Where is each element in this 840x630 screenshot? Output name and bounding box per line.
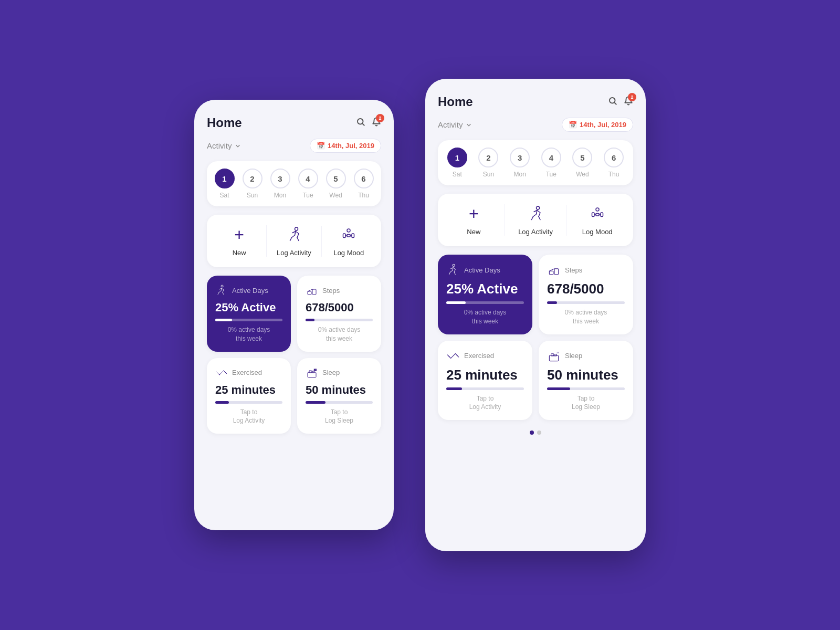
cal-day-6-right[interactable]: 6 Thu [604,148,624,178]
cal-day-5-left[interactable]: 5 Wed [326,169,346,199]
svg-rect-32 [549,271,553,275]
dot-active-right [530,430,534,435]
subheader-right: Activity 📅 14th, Jul, 2019 [438,118,633,132]
date-badge-left[interactable]: 📅 14th, Jul, 2019 [310,139,381,153]
cal-day-1-left[interactable]: 1 Sat [215,169,235,199]
steps-card-left[interactable]: Steps 678/5000 0% active daysthis week [297,276,381,352]
svg-point-2 [295,227,298,230]
log-mood-button-left[interactable]: Log Mood [322,226,376,257]
header-icons-right: 2 [608,96,633,108]
active-days-icon-right [446,263,460,277]
run-icon-left [285,226,303,245]
sleep-header-right: zz Sleep [547,349,625,363]
plus-icon-left: + [234,225,244,245]
svg-point-24 [537,206,540,209]
svg-rect-11 [312,289,316,295]
svg-line-23 [614,102,616,104]
notification-badge-right: 2 [628,93,636,101]
active-days-value-right: 25% Active [446,281,524,297]
date-badge-right[interactable]: 📅 14th, Jul, 2019 [562,118,633,132]
cal-label-6-left: Thu [358,192,369,199]
notification-button-right[interactable]: 2 [624,96,633,108]
svg-rect-4 [352,234,354,238]
cal-num-4-left: 4 [298,169,318,188]
log-mood-label-left: Log Mood [333,249,364,257]
calendar-icon-right: 📅 [569,121,577,129]
sleep-card-left[interactable]: zz Sleep 50 minutes Tap toLog Sleep [297,358,381,434]
steps-header-right: Steps [547,263,625,277]
cal-day-2-right[interactable]: 2 Sun [478,148,498,178]
sleep-card-right[interactable]: zz Sleep 50 minutes Tap toLog Sleep [539,341,633,421]
exercised-progress-right [446,387,524,390]
steps-value-left: 678/5000 [306,301,373,314]
active-days-header-right: Active Days [446,263,524,277]
sleep-icon-right: zz [547,349,561,363]
app-title-right: Home [438,94,473,109]
log-mood-button-right[interactable]: Log Mood [566,205,628,236]
cal-day-2-left[interactable]: 2 Sun [243,169,262,199]
exercise-icon-right [446,349,460,363]
exercised-fill-left [215,401,229,404]
cal-label-2-left: Sun [247,192,258,199]
cal-day-4-left[interactable]: 4 Tue [298,169,318,199]
exercised-fill-right [446,387,462,390]
active-days-title-left: Active Days [232,287,268,295]
svg-line-17 [225,372,227,374]
cal-num-1-right: 1 [447,148,467,167]
sleep-title-right: Sleep [565,352,582,360]
stats-grid-right: Active Days 25% Active 0% active daysthi… [438,255,633,420]
action-row-left: + New Log Activity Log Mood [207,215,381,267]
search-button-right[interactable] [608,96,617,108]
sleep-value-left: 50 minutes [306,383,373,397]
steps-icon-right [547,263,561,277]
stats-grid-left: Active Days 25% Active 0% active daysthi… [207,276,381,434]
new-label-left: New [233,249,246,257]
sleep-title-left: Sleep [322,369,340,376]
search-button-left[interactable] [356,117,365,129]
calendar-strip-right: 1 Sat 2 Sun 3 Mon 4 Tue 5 Wed 6 Thu [438,140,633,185]
cal-num-3-right: 3 [510,148,530,167]
exercised-header-left: Exercised [215,366,282,379]
cal-num-5-left: 5 [326,169,346,188]
steps-card-right[interactable]: Steps 678/5000 0% active daysthis week [539,255,633,334]
phone-left: Home 2 Activity 📅 14th, Jul, 2019 [194,100,394,530]
cal-day-1-right[interactable]: 1 Sat [447,148,467,178]
sleep-fill-left [306,401,326,404]
log-activity-button-left[interactable]: Log Activity [267,226,321,257]
steps-fill-right [547,301,557,304]
activity-dropdown-left[interactable]: Activity [207,141,242,150]
cal-num-2-right: 2 [478,148,498,167]
svg-line-1 [362,123,364,125]
active-days-card-right[interactable]: Active Days 25% Active 0% active daysthi… [438,255,532,334]
active-days-card-left[interactable]: Active Days 25% Active 0% active daysthi… [207,276,291,352]
exercised-card-right[interactable]: Exercised 25 minutes Tap toLog Activity [438,341,532,421]
cal-day-4-right[interactable]: 4 Tue [541,148,561,178]
active-days-progress-right [446,301,524,304]
steps-fill-left [306,319,314,321]
activity-dropdown-right[interactable]: Activity [438,120,472,129]
exercised-card-left[interactable]: Exercised 25 minutes Tap toLog Activity [207,358,291,434]
cal-label-3-left: Mon [274,192,286,199]
new-button-left[interactable]: + New [212,225,267,257]
cal-num-3-left: 3 [270,169,290,188]
new-button-right[interactable]: + New [443,204,505,236]
exercised-header-right: Exercised [446,349,524,363]
svg-line-36 [451,353,456,358]
phone-right: Home 2 Activity 📅 14th, Jul, 2019 [425,79,646,551]
sleep-progress-left [306,401,373,404]
sleep-fill-right [547,387,570,390]
exercised-sub-right: Tap toLog Activity [446,394,524,412]
svg-rect-40 [549,355,558,361]
cal-day-3-left[interactable]: 3 Mon [270,169,290,199]
cal-day-5-right[interactable]: 5 Wed [572,148,592,178]
notification-button-left[interactable]: 2 [372,117,381,129]
svg-rect-29 [596,213,599,216]
cal-day-3-right[interactable]: 3 Mon [510,148,530,178]
sleep-icon-left: zz [306,366,318,379]
log-activity-button-right[interactable]: Log Activity [505,205,567,236]
active-days-value-left: 25% Active [215,301,282,314]
svg-line-12 [308,289,312,291]
exercised-title-right: Exercised [464,352,494,360]
cal-num-5-right: 5 [572,148,592,167]
cal-day-6-left[interactable]: 6 Thu [354,169,374,199]
